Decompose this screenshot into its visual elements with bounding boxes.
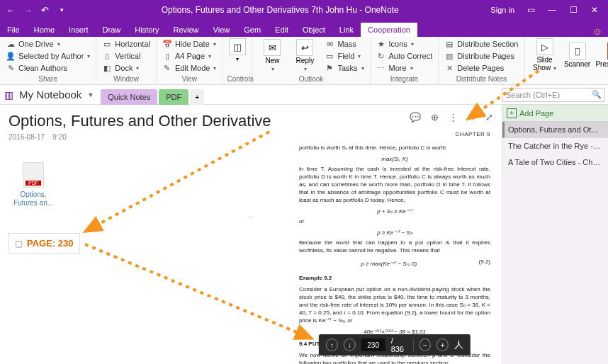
more-button[interactable]: ⋯More▾ [375, 62, 434, 74]
forward-button[interactable]: → [20, 2, 35, 18]
search-input[interactable]: Search (Ctrl+E) 🔍 [502, 88, 605, 102]
feedback-icon[interactable]: ☺ [592, 25, 602, 37]
icons-icon: ★ [376, 39, 386, 49]
presentation-button[interactable]: P Presentation [595, 38, 609, 72]
cloud-icon: ☁ [6, 39, 16, 49]
reader-close-icon[interactable]: ✕ [468, 112, 475, 123]
pdf-reader: 💬 ⊕ ⋮ ✕ ⤢ CHAPTER 9 portfolio is worth S… [292, 109, 497, 360]
reader-add-icon[interactable]: ⊕ [431, 112, 439, 123]
clean-authors-button[interactable]: ✎Clean Authors [4, 62, 91, 74]
attachment-name: Options, Futures an... [9, 190, 58, 207]
title-bar: ← → ↶ ▾ Options, Futures and Other Deriv… [0, 0, 608, 20]
page-up-button[interactable]: ↑ [326, 339, 338, 351]
reply-button[interactable]: ↩ Reply▾ [289, 38, 320, 74]
page-down-button[interactable]: ↓ [344, 339, 356, 351]
tab-object[interactable]: Object [295, 23, 332, 37]
page-item-1[interactable]: The Catcher in the Rye - J.D. Salin [502, 138, 608, 154]
add-section-button[interactable]: + [190, 89, 204, 105]
mail-icon: ✉ [264, 39, 281, 56]
section-pdf[interactable]: PDF [159, 89, 188, 105]
more-icon: ⋯ [376, 63, 386, 73]
notebook-title[interactable]: My Notebook [15, 89, 86, 101]
vertical-button[interactable]: ▯Vertical [101, 50, 152, 62]
zoom-out-button[interactable]: − [419, 339, 431, 351]
tab-insert[interactable]: Insert [62, 23, 96, 37]
pdf-page-content[interactable]: CHAPTER 9 portfolio is worth Sₜ at this … [292, 125, 497, 364]
new-mail-button[interactable]: ✉ New▾ [257, 38, 288, 74]
maximize-button[interactable]: ☐ [563, 2, 584, 18]
vertical-icon: ▯ [102, 51, 112, 61]
page-canvas[interactable]: Options, Futures and Other Derivative 20… [0, 105, 502, 364]
tab-view[interactable]: View [206, 23, 237, 37]
group-view: 📅Hide Date▾ ▯A4 Page▾ ✎Edit Mode▾ View [157, 37, 223, 84]
controls-gallery[interactable]: ◫ ▾ [227, 38, 247, 62]
zoom-in-button[interactable]: + [437, 339, 449, 351]
tasks-button[interactable]: ⚑Tasks▾ [323, 62, 365, 74]
scanner-button[interactable]: ⌷ Scanner [562, 38, 593, 72]
show-nav-icon[interactable]: ▥ [4, 89, 13, 101]
distribute-section-button[interactable]: ▤Distribute Section [443, 38, 519, 50]
dock-button[interactable]: ◧Dock▾ [101, 62, 152, 74]
one-drive-button[interactable]: ☁One Drive▾ [4, 38, 91, 50]
pdf-file-icon [23, 162, 44, 188]
reader-comment-icon[interactable]: 💬 [410, 112, 421, 123]
scanner-icon: ⌷ [569, 42, 586, 59]
page-item-2[interactable]: A Tale of Two Cities - Charles Dic [502, 154, 608, 171]
group-integrate: ★Icons▾ ↻Auto Correct ⋯More▾ Integrate [371, 37, 439, 84]
page-icon: ▯ [162, 51, 172, 61]
pdf-attachment[interactable]: Options, Futures an... [9, 162, 58, 207]
auto-correct-button[interactable]: ↻Auto Correct [375, 50, 434, 62]
qat-dropdown[interactable]: ▾ [54, 2, 69, 18]
section-quick-notes[interactable]: Quick Notes [101, 89, 157, 105]
mass-button[interactable]: ✉Mass [323, 38, 365, 50]
hide-date-button[interactable]: 📅Hide Date▾ [161, 38, 218, 50]
tab-file[interactable]: File [0, 23, 27, 37]
page-sidebar: + Add Page Options, Futures and Other De… [502, 105, 608, 364]
tab-edit[interactable]: Edit [268, 23, 295, 37]
field-button[interactable]: ▭Field▾ [323, 50, 365, 62]
page-item-0[interactable]: Options, Futures and Other Deriva [502, 122, 608, 138]
ribbon-tabs: File Home Insert Draw History Review Vie… [0, 20, 608, 37]
group-share: ☁One Drive▾ 👤Selected by Author▾ ✎Clean … [0, 37, 96, 84]
a4-page-button[interactable]: ▯A4 Page▾ [161, 50, 218, 62]
back-button[interactable]: ← [3, 2, 18, 18]
delete-icon: ✕ [444, 63, 454, 73]
sign-in-link[interactable]: Sign in [490, 6, 514, 14]
group-distribute: ▤Distribute Section ▥Distribute Pages ✕D… [439, 37, 524, 84]
mass-icon: ✉ [325, 39, 334, 49]
minimize-button[interactable]: — [541, 2, 563, 18]
add-page-button[interactable]: + Add Page [502, 105, 608, 122]
icons-button[interactable]: ★Icons▾ [375, 38, 434, 50]
horizontal-button[interactable]: ▭Horizontal [101, 38, 152, 50]
flag-icon: ⚑ [325, 63, 334, 73]
tab-link[interactable]: Link [332, 23, 361, 37]
reader-menu-icon[interactable]: ⋮ [449, 112, 458, 123]
close-button[interactable]: ✕ [584, 2, 605, 18]
tab-history[interactable]: History [128, 23, 166, 37]
tab-home[interactable]: Home [27, 23, 62, 37]
chapter-heading: CHAPTER 9 [299, 130, 490, 138]
reader-expand-icon[interactable]: ⤢ [485, 112, 493, 123]
edit-mode-button[interactable]: ✎Edit Mode▾ [161, 62, 218, 74]
notebook-dropdown-icon[interactable]: ▼ [87, 91, 94, 98]
tab-gem[interactable]: Gem [237, 23, 268, 37]
page-number-input[interactable] [361, 339, 385, 351]
pdf-controls: ↑ ↓ / 836 − + 人 [319, 334, 471, 356]
page-note-container[interactable]: ▢ PAGE: 230 [9, 233, 80, 254]
undo-button[interactable]: ↶ [37, 2, 52, 18]
tab-draw[interactable]: Draw [96, 23, 128, 37]
page-note-text[interactable]: PAGE: 230 [27, 238, 74, 249]
tab-cooperation[interactable]: Cooperation [361, 23, 417, 37]
controls-icon: ◫ [229, 38, 246, 55]
tab-review[interactable]: Review [167, 23, 206, 37]
slide-show-button[interactable]: ▷ Slide Show ▾ [529, 38, 561, 72]
ribbon-options-icon[interactable]: ▭ [520, 2, 541, 18]
adobe-icon[interactable]: 人 [454, 339, 463, 351]
delete-pages-button[interactable]: ✕Delete Pages [443, 62, 519, 74]
plus-icon: + [507, 108, 517, 118]
window-title: Options, Futures and Other Derivatives 7… [69, 5, 490, 15]
search-placeholder: Search (Ctrl+E) [506, 91, 560, 99]
selected-by-author-button[interactable]: 👤Selected by Author▾ [4, 50, 91, 62]
play-icon: ▷ [536, 38, 553, 55]
distribute-pages-button[interactable]: ▥Distribute Pages [443, 50, 519, 62]
